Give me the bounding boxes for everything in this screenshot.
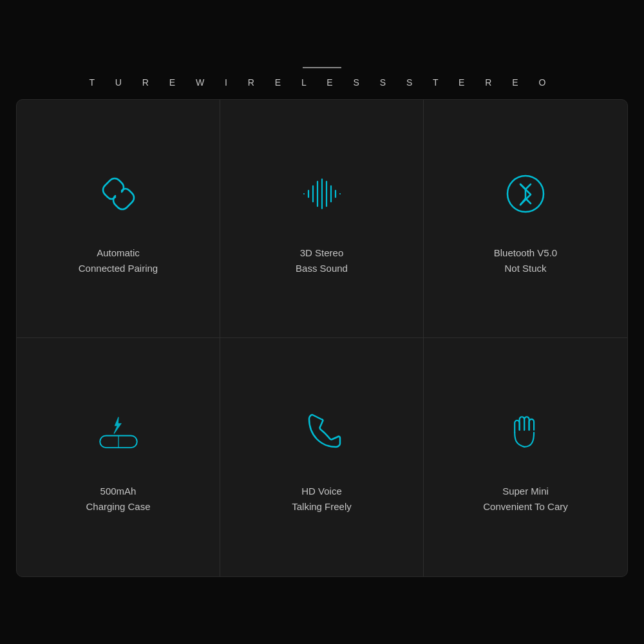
feature-text-bluetooth: Bluetooth V5.0 Not Stuck <box>494 245 557 276</box>
phone-icon <box>296 406 348 458</box>
feature-text-super-mini: Super Mini Convenient To Cary <box>483 484 567 515</box>
feature-text-3d-stereo: 3D Stereo Bass Sound <box>296 245 348 276</box>
feature-text-auto-pairing: Automatic Connected Pairing <box>79 245 158 276</box>
charging-case-icon <box>93 406 144 458</box>
header-title: T U R E W I R E L E S S S T E R E O <box>90 77 555 88</box>
page-wrapper: T U R E W I R E L E S S S T E R E O Auto… <box>0 0 644 644</box>
feature-cell-super-mini: Super Mini Convenient To Cary <box>424 338 627 576</box>
header-line <box>303 67 341 68</box>
feature-cell-charging-case: 500mAh Charging Case <box>17 338 220 576</box>
feature-cell-3d-stereo: 3D Stereo Bass Sound <box>220 100 424 338</box>
feature-cell-hd-voice: HD Voice Talking Freely <box>220 338 424 576</box>
feature-text-charging-case: 500mAh Charging Case <box>86 484 150 515</box>
feature-cell-bluetooth: Bluetooth V5.0 Not Stuck <box>424 100 627 338</box>
feature-cell-auto-pairing: Automatic Connected Pairing <box>17 100 220 338</box>
link-icon <box>93 168 144 220</box>
bluetooth-icon <box>500 168 551 220</box>
sound-wave-icon <box>296 168 348 220</box>
hand-icon <box>500 406 551 458</box>
features-grid: Automatic Connected Pairing <box>17 100 627 576</box>
header-section: T U R E W I R E L E S S S T E R E O <box>90 67 555 88</box>
features-grid-container: Automatic Connected Pairing <box>16 99 628 577</box>
feature-text-hd-voice: HD Voice Talking Freely <box>292 484 352 515</box>
